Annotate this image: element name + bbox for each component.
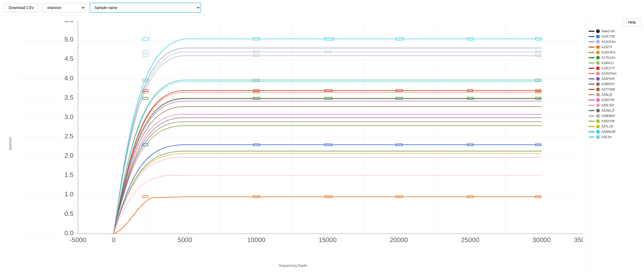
legend-label-text: A16XJFm <box>601 51 615 54</box>
top-bar: Download CSV shannonobserved_featuresfai… <box>0 0 644 16</box>
legend-item[interactable]: A30LSXf <box>589 103 641 107</box>
legend-item[interactable]: A32WLJf <box>589 109 641 112</box>
legend-label-text: A18HLLf <box>601 61 614 65</box>
legend-item[interactable]: A38WLMf <box>589 130 641 134</box>
svg-text:25000: 25000 <box>461 237 479 243</box>
svg-text:30000: 30000 <box>533 237 551 243</box>
legend-circle-swatch <box>596 51 600 54</box>
legend-item[interactable]: A16XJFm <box>589 51 641 54</box>
svg-text:20000: 20000 <box>390 237 408 243</box>
legend-label-text: A28LQf <box>601 93 612 97</box>
legend-circle-swatch <box>596 72 600 75</box>
svg-text:3.0: 3.0 <box>64 114 73 120</box>
legend-item[interactable]: A24PXHf <box>589 77 641 81</box>
legend-label-text: A38WLMf <box>601 130 615 134</box>
legend-line-swatch <box>589 62 594 64</box>
legend-line-swatch <box>589 52 594 53</box>
legend-circle-swatch <box>596 82 600 86</box>
legend-line-swatch <box>589 137 594 138</box>
legend-item[interactable]: A18HLLf <box>589 61 641 65</box>
legend-line-swatch <box>589 31 594 32</box>
sample-select[interactable]: Sample name <box>90 3 201 13</box>
legend-label-text: A10CYDf <box>601 35 615 38</box>
legend-label-text: A15ZYf <box>601 45 612 49</box>
svg-rect-64 <box>143 38 149 40</box>
svg-text:35000: 35000 <box>574 237 583 243</box>
svg-text:5.0: 5.0 <box>64 36 73 43</box>
svg-text:4.0: 4.0 <box>64 75 73 81</box>
legend-label-text: A30LSXf <box>601 103 614 107</box>
legend-item[interactable]: A35KMXf <box>589 114 641 118</box>
chart-area: shannon Sequencing Depth <box>0 16 586 272</box>
legend-item[interactable]: A36XYHf <box>589 119 641 123</box>
legend-item[interactable]: A29XYRf <box>589 98 641 102</box>
legend-label-text: A19CCYf <box>601 66 615 70</box>
help-button[interactable]: Help <box>623 18 641 26</box>
legend-item[interactable]: Select All <box>589 29 641 33</box>
legend-label-text: A29XYRf <box>601 98 614 102</box>
legend-item[interactable]: A28LQf <box>589 93 641 97</box>
svg-text:-5000: -5000 <box>70 237 86 243</box>
download-csv-button[interactable]: Download CSV <box>4 3 38 12</box>
legend-label-text: A32WLJf <box>601 109 614 112</box>
legend-circle-swatch <box>596 45 600 49</box>
legend-item[interactable]: A27YSMf <box>589 88 641 91</box>
legend-label-text: A35KMXf <box>601 114 615 118</box>
legend-line-swatch <box>589 110 594 111</box>
legend-circle-swatch <box>596 88 600 91</box>
legend-circle-swatch <box>596 93 600 97</box>
legend-item[interactable]: A3CJm <box>589 135 641 139</box>
main-content: shannon Sequencing Depth <box>0 16 644 272</box>
legend-item[interactable]: A37LJJf <box>589 125 641 128</box>
legend-item[interactable]: A12HSJm <box>589 40 641 44</box>
legend-label-text: A12HSJm <box>601 40 616 44</box>
legend-line-swatch <box>589 115 594 116</box>
legend-circle-swatch <box>596 40 600 44</box>
metric-select[interactable]: shannonobserved_featuresfaith_pdevenness <box>43 3 86 12</box>
legend-line-swatch <box>589 131 594 132</box>
legend-item[interactable]: A15ZYf <box>589 45 641 49</box>
svg-text:15000: 15000 <box>319 237 337 243</box>
legend-line-swatch <box>589 68 594 69</box>
legend-line-swatch <box>589 57 594 58</box>
legend-item[interactable]: A19CCYf <box>589 66 641 70</box>
legend-line-swatch <box>589 47 594 48</box>
svg-rect-98 <box>143 55 148 57</box>
legend-item[interactable]: A17GJJm <box>589 56 641 60</box>
legend-circle-swatch <box>596 56 600 60</box>
legend-circle-swatch <box>596 61 600 65</box>
svg-text:5000: 5000 <box>178 237 192 243</box>
legend-line-swatch <box>589 73 594 74</box>
legend-circle-swatch <box>596 125 600 128</box>
legend-circle-swatch <box>596 35 600 38</box>
legend-label-text: A24PXHf <box>601 77 614 81</box>
legend-line-swatch <box>589 36 594 37</box>
svg-text:4.5: 4.5 <box>64 55 73 62</box>
legend-label-text: A22HCHm <box>601 72 616 75</box>
legend-line-swatch <box>589 89 594 90</box>
legend-label-text: A17GJJm <box>601 56 615 60</box>
svg-text:10000: 10000 <box>247 237 265 243</box>
legend-line-swatch <box>589 41 594 42</box>
svg-text:2.5: 2.5 <box>64 133 73 140</box>
legend-circle-swatch <box>596 114 600 118</box>
legend-item[interactable]: A22HCHm <box>589 72 641 75</box>
svg-text:2.0: 2.0 <box>64 152 73 159</box>
x-axis-title: Sequencing Depth <box>279 264 307 268</box>
legend-label-text: Select All <box>601 29 614 33</box>
legend-circle-swatch <box>596 103 600 107</box>
legend-circle-swatch <box>596 77 600 81</box>
legend-circle-swatch <box>596 98 600 102</box>
svg-text:3.5: 3.5 <box>64 94 73 101</box>
svg-text:0: 0 <box>112 237 115 243</box>
svg-text:0.0: 0.0 <box>64 229 73 236</box>
svg-text:1.0: 1.0 <box>64 191 73 198</box>
legend-item[interactable]: A26RSTf <box>589 82 641 86</box>
legend-item[interactable]: A10CYDf <box>589 35 641 38</box>
legend-line-swatch <box>589 99 594 101</box>
legend-line-swatch <box>589 78 594 79</box>
svg-text:1.5: 1.5 <box>64 171 73 178</box>
legend-panel: Help Select AllA10CYDfA12HSJmA15ZYfA16XJ… <box>586 16 644 272</box>
svg-text:0.5: 0.5 <box>64 210 73 217</box>
legend-line-swatch <box>589 105 594 106</box>
